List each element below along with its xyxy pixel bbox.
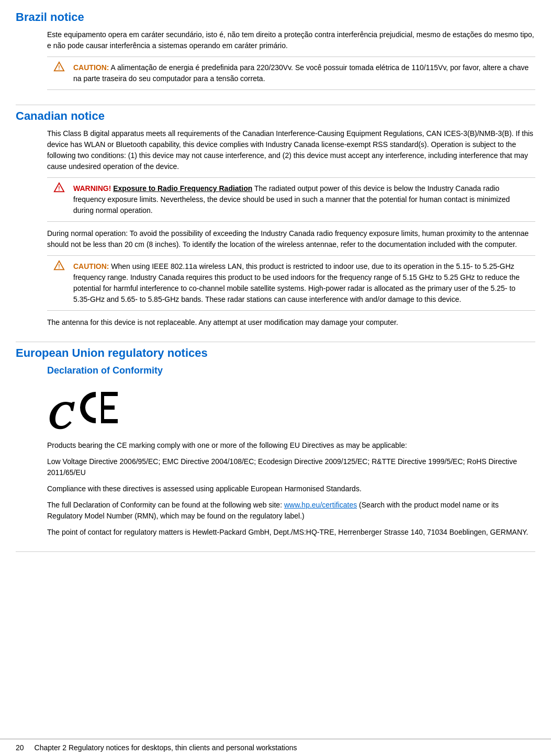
brazil-caution-label: CAUTION: — [73, 63, 109, 72]
caution2-icon: ! — [53, 260, 65, 272]
declaration-paragraph5: The point of contact for regulatory matt… — [47, 527, 535, 538]
european-title: European Union regulatory notices — [16, 346, 535, 360]
brazil-content: Este equipamento opera em caráter secund… — [47, 29, 535, 90]
canadian-paragraph2: During normal operation: To avoid the po… — [47, 228, 535, 250]
caution-icon: ! — [53, 61, 65, 73]
declaration-paragraph1: Products bearing the CE marking comply w… — [47, 440, 535, 451]
ce-logo-svg — [72, 387, 125, 428]
ce-mark-symbol: 𝐶 — [47, 397, 70, 435]
footer-chapter-text: Chapter 2 Regulatory notices for desktop… — [35, 743, 297, 752]
canadian-warning-bold: Exposure to Radio Frequency Radiation — [113, 184, 252, 193]
canadian-content: This Class B digital apparatus meets all… — [47, 128, 535, 328]
hp-certificates-link[interactable]: www.hp.eu/certificates — [284, 501, 357, 509]
ce-mark-visual — [72, 387, 125, 430]
european-content: Declaration of Conformity 𝐶 Products bea… — [47, 365, 535, 538]
footer-page-number: 20 — [16, 743, 24, 752]
page-footer: 20 Chapter 2 Regulatory notices for desk… — [0, 739, 551, 756]
svg-text:!: ! — [58, 264, 60, 269]
svg-rect-9 — [101, 419, 118, 423]
svg-text:!: ! — [58, 65, 60, 71]
warning-icon: ! — [53, 182, 65, 194]
canadian-caution2-label: CAUTION: — [73, 262, 109, 270]
canadian-warning-label: WARNING! — [73, 184, 111, 193]
canadian-paragraph1: This Class B digital apparatus meets all… — [47, 128, 535, 172]
canadian-caution2-text: When using IEEE 802.11a wireless LAN, th… — [73, 262, 520, 303]
brazil-section: Brazil notice Este equipamento opera em … — [16, 10, 535, 105]
brazil-caution-text: A alimentação de energia é predefinida p… — [73, 63, 528, 83]
european-section: European Union regulatory notices Declar… — [16, 346, 535, 552]
declaration-paragraph4: The full Declaration of Conformity can b… — [47, 500, 535, 522]
canadian-title: Canadian notice — [16, 109, 535, 123]
brazil-caution-box: ! CAUTION: A alimentação de energia é pr… — [47, 57, 535, 90]
declaration-paragraph2: Low Voltage Directive 2006/95/EC; EMC Di… — [47, 456, 535, 478]
canadian-section: Canadian notice This Class B digital app… — [16, 109, 535, 342]
canadian-warning-box: ! WARNING! Exposure to Radio Frequency R… — [47, 177, 535, 222]
svg-text:!: ! — [58, 186, 60, 191]
svg-rect-7 — [101, 392, 118, 396]
declaration-paragraph3: Compliance with these directives is asse… — [47, 483, 535, 494]
declaration-p4-before: The full Declaration of Conformity can b… — [47, 501, 284, 509]
brazil-paragraph1: Este equipamento opera em caráter secund… — [47, 29, 535, 51]
ce-mark-container: 𝐶 — [47, 382, 535, 440]
canadian-paragraph3: The antenna for this device is not repla… — [47, 317, 535, 328]
svg-rect-8 — [101, 405, 115, 410]
declaration-title: Declaration of Conformity — [47, 365, 535, 376]
canadian-caution2-box: ! CAUTION: When using IEEE 802.11a wirel… — [47, 255, 535, 311]
brazil-title: Brazil notice — [16, 10, 535, 24]
